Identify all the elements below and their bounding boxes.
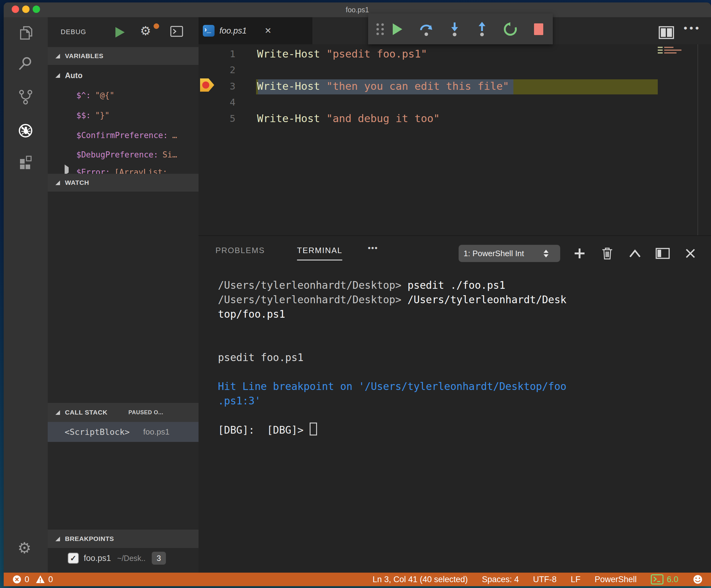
panel-more-tabs-icon[interactable]: •••: [368, 243, 378, 253]
terminal-breakpoint-message: .ps1:3': [218, 394, 566, 408]
call-stack-frame-row[interactable]: <ScriptBlock> foo.ps1: [48, 422, 198, 442]
variable-row[interactable]: $$: "}": [76, 105, 110, 126]
code-lines: 1 Write-Host "psedit foo.ps1" 2 3 Write-…: [198, 46, 711, 127]
terminal-prompt-line: [DBG]: [DBG]>: [218, 423, 566, 437]
variable-row[interactable]: $^: "@{": [76, 85, 114, 106]
debug-toolbar: [368, 14, 553, 44]
tab-label: foo.ps1: [219, 26, 247, 36]
cursor-position[interactable]: Ln 3, Col 41 (40 selected): [373, 575, 468, 584]
encoding[interactable]: UTF-8: [533, 575, 557, 584]
kill-terminal-trash-icon[interactable]: [600, 246, 615, 261]
terminal-select-dropdown[interactable]: 1: PowerShell Int: [459, 245, 560, 262]
settings-gear-icon[interactable]: ⚙: [18, 540, 31, 556]
variables-header-label: VARIABLES: [65, 52, 103, 60]
chevron-collapsed-icon[interactable]: [65, 167, 69, 173]
chevron-expanded-icon: [56, 410, 60, 415]
tab-foo-ps1[interactable]: ›_ foo.ps1 ✕: [198, 17, 313, 44]
eol-sequence[interactable]: LF: [570, 575, 581, 584]
chevron-expanded-icon: [56, 73, 60, 78]
terminal-select-value: 1: PowerShell Int: [464, 249, 543, 258]
call-stack-header-label: CALL STACK: [65, 409, 107, 416]
vscode-window: foo.ps1: [4, 2, 711, 586]
titlebar: foo.ps1: [4, 2, 711, 17]
debug-icon[interactable]: [18, 123, 34, 139]
debug-step-over-icon[interactable]: [419, 22, 433, 36]
code-line: 3 Write-Host "then you can edit this fil…: [198, 78, 711, 94]
debug-restart-icon[interactable]: [503, 22, 517, 36]
chevron-expanded-icon: [56, 54, 60, 59]
split-editor-icon[interactable]: [659, 26, 674, 39]
status-bar: 0 0 Ln 3, Col 41 (40 selected) Spaces: 4…: [4, 573, 711, 586]
debug-console-icon[interactable]: [170, 26, 183, 37]
terminal-line: [218, 365, 566, 379]
call-stack-section-header[interactable]: CALL STACK PAUSED O...: [48, 403, 198, 422]
close-panel-icon[interactable]: [683, 246, 698, 261]
search-icon[interactable]: [18, 56, 34, 72]
breakpoints-header-label: BREAKPOINTS: [65, 535, 114, 542]
warnings-icon[interactable]: [36, 575, 45, 584]
new-terminal-icon[interactable]: [572, 246, 587, 261]
source-control-icon[interactable]: [18, 89, 34, 105]
chevron-expanded-icon: [56, 537, 60, 541]
debug-state-label: PAUSED O...: [128, 409, 163, 416]
terminal-line: top/foo.ps1: [218, 307, 566, 321]
debug-continue-icon[interactable]: [390, 22, 405, 36]
tab-close-icon[interactable]: ✕: [265, 26, 272, 36]
debug-configure-gear-icon[interactable]: ⚙: [140, 24, 151, 38]
variables-scope-auto[interactable]: Auto: [48, 65, 206, 86]
tab-terminal[interactable]: TERMINAL: [297, 246, 342, 261]
window-title: foo.ps1: [4, 2, 711, 17]
sidebar-header: DEBUG ⚙: [48, 17, 198, 47]
powershell-file-icon: ›_: [203, 25, 215, 37]
maximize-panel-chevron-icon[interactable]: [628, 246, 642, 261]
code-editor[interactable]: 1 Write-Host "psedit foo.ps1" 2 3 Write-…: [198, 44, 711, 235]
terminal-line: /Users/tylerleonhardt/Desktop> /Users/ty…: [218, 292, 566, 307]
breakpoint-line-badge: 3: [152, 552, 166, 565]
variables-section-header[interactable]: VARIABLES: [48, 47, 198, 65]
editor-more-actions-icon[interactable]: •••: [684, 22, 701, 34]
extensions-icon[interactable]: [18, 154, 34, 170]
watch-header-label: WATCH: [65, 179, 89, 186]
configure-notification-dot: [154, 23, 159, 29]
code-line: 2: [198, 62, 711, 78]
start-debug-icon[interactable]: [115, 26, 125, 38]
powershell-version[interactable]: 6.0: [651, 574, 678, 585]
panel-position-icon[interactable]: [655, 246, 670, 261]
dropdown-stepper-icon: [543, 250, 548, 257]
feedback-smiley-icon[interactable]: [692, 574, 703, 585]
terminal-line: [218, 321, 566, 336]
terminal-breakpoint-message: Hit Line breakpoint on '/Users/tylerleon…: [218, 379, 566, 394]
scope-label: Auto: [65, 71, 83, 80]
activity-bar: ⚙: [4, 17, 48, 573]
errors-icon[interactable]: [12, 575, 22, 584]
terminal-line: [218, 336, 566, 350]
watch-section-header[interactable]: WATCH: [48, 174, 198, 191]
debug-stop-icon[interactable]: [532, 22, 546, 36]
terminal-output[interactable]: /Users/tylerleonhardt/Desktop> psedit ./…: [218, 278, 566, 437]
terminal-line: /Users/tylerleonhardt/Desktop> psedit ./…: [218, 278, 566, 292]
terminal-line: [218, 408, 566, 423]
code-line: 1 Write-Host "psedit foo.ps1": [198, 46, 711, 62]
terminal-cursor: [310, 423, 317, 435]
terminal-line: psedit foo.ps1: [218, 350, 566, 365]
code-line: 4: [198, 94, 711, 110]
warnings-count[interactable]: 0: [48, 575, 53, 584]
errors-count[interactable]: 0: [25, 575, 29, 584]
code-line: 5 Write-Host "and debug it too": [198, 110, 711, 127]
minimap[interactable]: [658, 45, 682, 53]
sidebar-title: DEBUG: [61, 28, 86, 36]
chevron-expanded-icon: [56, 181, 60, 185]
breakpoint-row[interactable]: ✓ foo.ps1 ~/Desk.. 3: [48, 548, 198, 568]
variable-row[interactable]: $ConfirmPreference: …: [76, 125, 177, 145]
explorer-icon[interactable]: [18, 25, 34, 41]
debug-step-out-icon[interactable]: [475, 22, 489, 36]
powershell-session-icon: [651, 574, 664, 585]
debug-step-into-icon[interactable]: [448, 22, 462, 36]
indentation[interactable]: Spaces: 4: [482, 575, 519, 584]
toolbar-drag-grip[interactable]: [373, 22, 387, 36]
tab-problems[interactable]: PROBLEMS: [215, 246, 265, 255]
breakpoint-checkbox[interactable]: ✓: [68, 552, 79, 564]
debug-sidebar: DEBUG ⚙ VARIABLES Auto $^: "@{": [48, 17, 198, 573]
breakpoints-section-header[interactable]: BREAKPOINTS: [48, 529, 198, 548]
language-mode[interactable]: PowerShell: [595, 575, 637, 584]
